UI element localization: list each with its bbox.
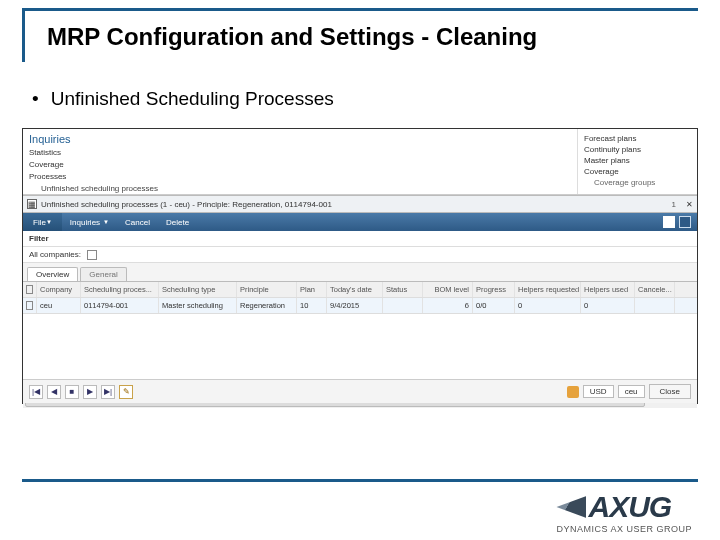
nav-continuity[interactable]: Continuity plans	[584, 144, 691, 155]
company-indicator[interactable]: ceu	[618, 385, 645, 398]
header-type[interactable]: Scheduling type	[159, 282, 237, 297]
header-date[interactable]: Today's date	[327, 282, 383, 297]
cell-plan: 10	[297, 298, 327, 313]
cell-hreq: 0	[515, 298, 581, 313]
nav-first-button[interactable]: |◀	[29, 385, 43, 399]
cell-type: Master scheduling	[159, 298, 237, 313]
nav-item-processes[interactable]: Processes	[29, 171, 571, 183]
bullet-text: Unfinished Scheduling Processes	[32, 88, 698, 110]
attach-icon[interactable]	[663, 216, 675, 228]
window-icon: ▦	[27, 199, 37, 209]
title-area: MRP Configuration and Settings - Cleanin…	[22, 8, 698, 62]
logo-brand: AXUG	[588, 490, 671, 524]
window-close-icon[interactable]: ✕	[686, 200, 693, 209]
window-title-text: Unfinished scheduling processes (1 - ceu…	[41, 200, 332, 209]
nav-last-button[interactable]: ▶|	[101, 385, 115, 399]
nav-item-statistics[interactable]: Statistics	[29, 147, 571, 159]
footer-divider	[22, 479, 698, 482]
header-principle[interactable]: Principle	[237, 282, 297, 297]
nav-panel-left: Inquiries Statistics Coverage Processes …	[23, 129, 577, 194]
header-plan[interactable]: Plan	[297, 282, 327, 297]
logo-subtitle: DYNAMICS AX USER GROUP	[556, 524, 692, 534]
nav-stop-button[interactable]: ■	[65, 385, 79, 399]
row-select[interactable]	[23, 298, 37, 313]
filter-label: Filter	[29, 234, 49, 243]
nav-coverage[interactable]: Coverage	[584, 166, 691, 177]
header-cancel[interactable]: Cancele...	[635, 282, 675, 297]
app-screenshot: Inquiries Statistics Coverage Processes …	[22, 128, 698, 404]
file-menu[interactable]: File ▼	[23, 213, 62, 231]
file-menu-label: File	[33, 218, 46, 227]
status-bar: |◀ ◀ ■ ▶ ▶| ✎ USD ceu Close	[23, 379, 697, 403]
chevron-down-icon: ▼	[103, 219, 109, 225]
cell-principle: Regeneration	[237, 298, 297, 313]
nav-next-button[interactable]: ▶	[83, 385, 97, 399]
header-bom[interactable]: BOM level	[423, 282, 473, 297]
nav-header: Inquiries	[29, 133, 571, 145]
header-select[interactable]	[23, 282, 37, 297]
logo-wedge-icon	[556, 496, 586, 518]
chevron-down-icon: ▼	[46, 219, 52, 225]
nav-panel-right: Forecast plans Continuity plans Master p…	[577, 129, 697, 194]
menu-bar: File ▼ Inquiries ▼ Cancel Delete	[23, 213, 697, 231]
close-button[interactable]: Close	[649, 384, 691, 399]
tab-general[interactable]: General	[80, 267, 126, 281]
nav-item-coverage[interactable]: Coverage	[29, 159, 571, 171]
notification-icon[interactable]	[567, 386, 579, 398]
nav-forecast[interactable]: Forecast plans	[584, 133, 691, 144]
cell-progress: 0/0	[473, 298, 515, 313]
cell-company: ceu	[37, 298, 81, 313]
filter-row: All companies:	[23, 247, 697, 263]
cell-bom: 6	[423, 298, 473, 313]
delete-button[interactable]: Delete	[158, 218, 197, 227]
header-process[interactable]: Scheduling proces...	[81, 282, 159, 297]
logo: AXUG DYNAMICS AX USER GROUP	[556, 490, 692, 534]
window-titlebar: ▦ Unfinished scheduling processes (1 - c…	[23, 195, 697, 213]
header-hreq[interactable]: Helpers requested	[515, 282, 581, 297]
cell-cancel	[635, 298, 675, 313]
window-record-count: 1	[672, 200, 676, 209]
nav-sub-unfinished[interactable]: Unfinished scheduling processes	[41, 183, 571, 195]
cell-date: 9/4/2015	[327, 298, 383, 313]
logo-mark: AXUG	[556, 490, 692, 524]
help-icon[interactable]	[679, 216, 691, 228]
nav-prev-button[interactable]: ◀	[47, 385, 61, 399]
currency-indicator[interactable]: USD	[583, 385, 614, 398]
cell-hused: 0	[581, 298, 635, 313]
slide-title: MRP Configuration and Settings - Cleanin…	[35, 23, 537, 51]
nav-coverage-groups[interactable]: Coverage groups	[594, 177, 691, 188]
header-company[interactable]: Company	[37, 282, 81, 297]
cancel-button[interactable]: Cancel	[117, 218, 158, 227]
cell-status	[383, 298, 423, 313]
table-row[interactable]: ceu 0114794-001 Master scheduling Regene…	[23, 298, 697, 314]
all-companies-checkbox[interactable]	[87, 250, 97, 260]
header-progress[interactable]: Progress	[473, 282, 515, 297]
filter-bar: Filter	[23, 231, 697, 247]
inquiries-menu[interactable]: Inquiries ▼	[62, 218, 117, 227]
grid-header: Company Scheduling proces... Scheduling …	[23, 282, 697, 298]
tab-overview[interactable]: Overview	[27, 267, 78, 281]
inquiries-label: Inquiries	[70, 218, 100, 227]
nav-master[interactable]: Master plans	[584, 155, 691, 166]
edit-button[interactable]: ✎	[119, 385, 133, 399]
tab-strip: Overview General	[23, 263, 697, 281]
header-hused[interactable]: Helpers used	[581, 282, 635, 297]
cell-process: 0114794-001	[81, 298, 159, 313]
header-status[interactable]: Status	[383, 282, 423, 297]
all-companies-label: All companies:	[29, 250, 81, 259]
